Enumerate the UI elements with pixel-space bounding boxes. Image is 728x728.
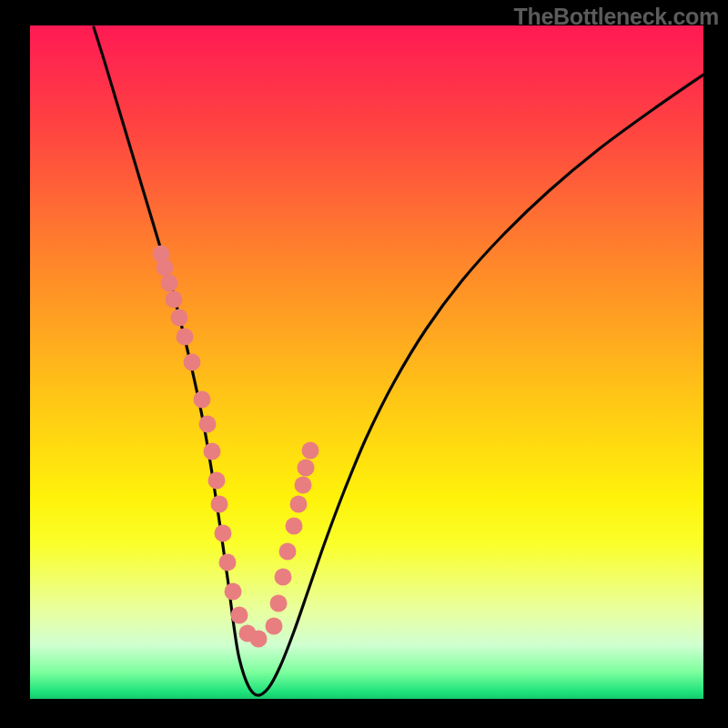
curve-marker bbox=[295, 477, 312, 494]
curve-marker bbox=[208, 472, 226, 490]
curve-marker bbox=[166, 291, 183, 308]
curve-marker bbox=[219, 554, 237, 571]
curve-marker bbox=[211, 496, 228, 513]
chart-frame: TheBottleneck.com bbox=[0, 0, 728, 728]
curve-marker bbox=[194, 391, 211, 409]
curve-marker bbox=[161, 275, 178, 292]
curve-layer bbox=[30, 25, 703, 699]
curve-marker bbox=[231, 607, 248, 624]
curve-marker bbox=[177, 329, 194, 346]
plot-area bbox=[30, 25, 703, 699]
curve-marker bbox=[225, 583, 242, 601]
curve-marker bbox=[215, 525, 232, 542]
curve-marker bbox=[204, 443, 221, 460]
marker-group bbox=[153, 246, 319, 648]
curve-marker bbox=[279, 543, 297, 561]
curve-marker bbox=[302, 442, 319, 460]
curve-marker bbox=[250, 631, 268, 648]
watermark-text: TheBottleneck.com bbox=[513, 4, 719, 30]
curve-marker bbox=[184, 354, 201, 371]
curve-marker bbox=[286, 518, 303, 535]
curve-marker bbox=[290, 496, 308, 513]
curve-marker bbox=[171, 309, 188, 327]
curve-marker bbox=[298, 460, 315, 477]
curve-marker bbox=[199, 416, 217, 433]
curve-marker bbox=[157, 259, 174, 277]
curve-marker bbox=[270, 595, 288, 612]
curve-marker bbox=[266, 618, 283, 635]
curve-marker bbox=[275, 569, 292, 586]
